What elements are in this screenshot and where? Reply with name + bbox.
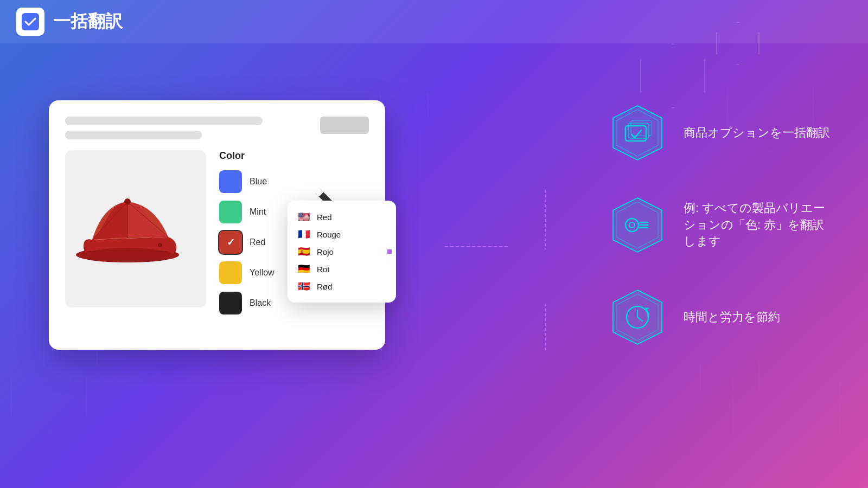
svg-marker-17 [613,198,662,252]
product-image-area [65,150,206,307]
hat-image [76,185,195,272]
flag-de: 🇩🇪 [296,264,311,274]
feature-icon-3 [608,287,667,347]
flag-es: 🇪🇸 [296,246,311,257]
feature-icon-1 [608,103,667,163]
translation-popup: 🇺🇸 Red 🇫🇷 Rouge 🇪🇸 Rojo 🇩🇪 Rot 🇳🇴 Rød [288,201,396,303]
color-swatch-black[interactable] [219,292,242,314]
feature-row-1: 商品オプションを一括翻訳 [608,103,835,163]
header: 一括翻訳 [0,0,868,43]
trans-row-rouge: 🇫🇷 Rouge [296,226,387,243]
trans-row-rojo: 🇪🇸 Rojo [296,243,387,260]
app-title: 一括翻訳 [53,10,123,34]
feature-text-3: 時間と労力を節約 [684,309,780,326]
feature-text-2: 例: すべての製品バリエーションの「色: 赤」を翻訳します [684,200,835,250]
feature-row-2: 例: すべての製品バリエーションの「色: 赤」を翻訳します [608,195,835,255]
trans-text-rojo: Rojo [317,247,334,256]
logo-icon [22,13,39,30]
trans-text-rouge: Rouge [317,230,341,239]
features-section: 商品オプションを一括翻訳 例: すべての製品バリエーションの「色: 赤」を翻訳し… [608,103,835,347]
color-name-black: Black [250,298,271,308]
trans-text-rod: Rød [317,282,332,291]
color-swatch-red[interactable]: ✓ [219,231,242,254]
svg-rect-0 [22,13,39,30]
color-name-yellow: Yellow [250,268,275,278]
color-name-mint: Mint [250,207,266,217]
trans-text-red: Red [317,213,332,222]
trans-row-rot: 🇩🇪 Rot [296,260,387,278]
flag-us: 🇺🇸 [296,211,311,222]
color-swatch-blue[interactable] [219,170,242,193]
trans-row-rod: 🇳🇴 Rød [296,278,387,295]
color-swatch-yellow[interactable] [219,261,242,284]
checkmark-icon: ✓ [227,236,235,248]
skeleton-line-2 [65,131,202,139]
svg-point-6 [158,243,162,247]
skeleton-button [320,117,369,134]
flag-no: 🇳🇴 [296,281,311,292]
color-name-red: Red [250,237,265,247]
feature-icon-2 [608,195,667,255]
flag-fr: 🇫🇷 [296,229,311,240]
color-name-blue: Blue [250,177,267,187]
svg-point-5 [124,198,131,205]
trans-text-rot: Rot [317,265,329,274]
color-swatch-mint[interactable] [219,201,242,223]
logo-box [16,8,44,36]
feature-row-3: 時間と労力を節約 [608,287,835,347]
skeleton-line-1 [65,117,263,125]
svg-marker-12 [613,106,662,160]
trans-row-red: 🇺🇸 Red [296,208,387,226]
feature-text-1: 商品オプションを一括翻訳 [684,125,830,142]
